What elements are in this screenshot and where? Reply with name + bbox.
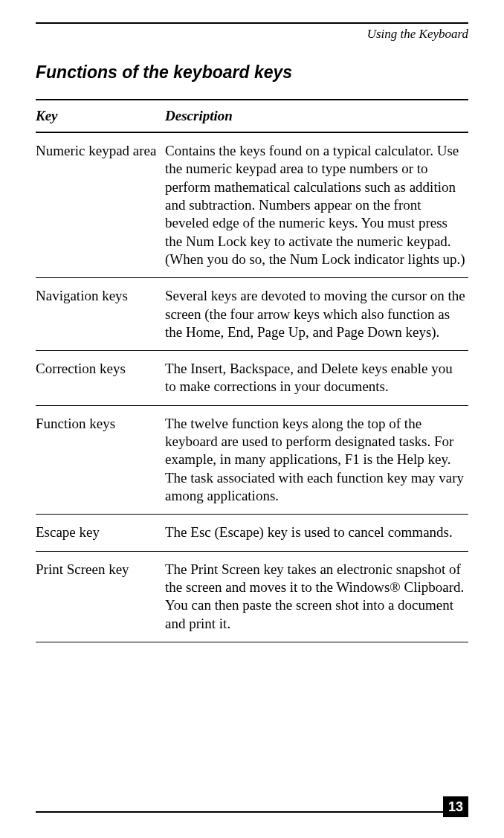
row-description: The Print Screen key takes an electronic…	[165, 551, 468, 642]
page-number: 13	[443, 796, 468, 817]
top-rule	[36, 22, 468, 24]
table-row: Numeric keypad area Contains the keys fo…	[36, 132, 468, 278]
row-description: The twelve function keys along the top o…	[165, 405, 468, 515]
table-row: Escape key The Esc (Escape) key is used …	[36, 515, 468, 551]
row-key: Function keys	[36, 405, 165, 515]
running-head: Using the Keyboard	[36, 27, 468, 42]
table-row: Correction keys The Insert, Backspace, a…	[36, 351, 468, 406]
table-head: Key Description	[36, 100, 468, 132]
key-functions-table: Key Description Numeric keypad area Cont…	[36, 99, 468, 642]
row-description: The Esc (Escape) key is used to cancel c…	[165, 515, 468, 551]
row-key: Print Screen key	[36, 551, 165, 642]
section-title: Functions of the keyboard keys	[36, 62, 468, 83]
table-header-description: Description	[165, 100, 468, 132]
row-key: Numeric keypad area	[36, 132, 165, 278]
row-key: Escape key	[36, 515, 165, 551]
table-row: Function keys The twelve function keys a…	[36, 405, 468, 515]
table-row: Print Screen key The Print Screen key ta…	[36, 551, 468, 642]
footer-bar: 13	[36, 811, 468, 814]
table-row: Navigation keys Several keys are devoted…	[36, 278, 468, 351]
row-description: The Insert, Backspace, and Delete keys e…	[165, 351, 468, 406]
row-description: Contains the keys found on a typical cal…	[165, 132, 468, 278]
row-description: Several keys are devoted to moving the c…	[165, 278, 468, 351]
row-key: Correction keys	[36, 351, 165, 406]
table-header-key: Key	[36, 100, 165, 132]
row-key: Navigation keys	[36, 278, 165, 351]
